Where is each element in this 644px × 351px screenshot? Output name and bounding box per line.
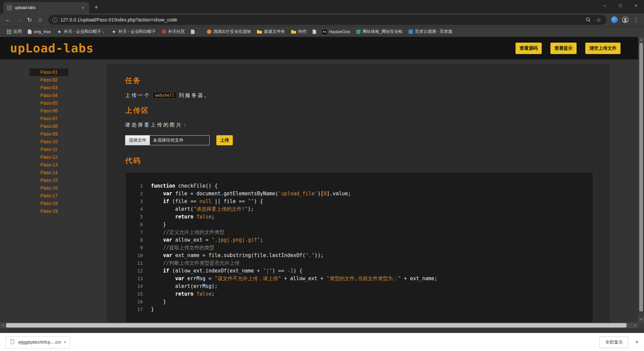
line-number: 11 (133, 259, 143, 267)
file-input[interactable]: 选择文件 未选择任何文件 (125, 135, 210, 145)
bookmark-item[interactable]: 新建文件夹 (254, 28, 288, 36)
close-button[interactable]: × (628, 0, 644, 11)
tab-close-icon[interactable]: × (80, 5, 86, 11)
upload-button[interactable]: 上传 (216, 135, 233, 145)
bookmark-item[interactable]: 待挖 (288, 28, 309, 36)
horizontal-scrollbar-thumb[interactable] (6, 323, 627, 328)
code-line: 11 //判断上传文件类型是否允许上传 (133, 259, 585, 267)
bookmark-label: 网站体检_网站安全检 (363, 29, 402, 35)
bookmark-star-icon[interactable]: ☆ (595, 16, 602, 23)
profile-avatar-icon[interactable] (620, 14, 631, 25)
maximize-button[interactable]: □ (612, 0, 628, 11)
sidebar-item-pass-02[interactable]: Pass-02 (30, 76, 68, 84)
clear-uploads-button[interactable]: 清空上传文件 (585, 43, 621, 54)
site-info-icon[interactable]: i (52, 17, 57, 22)
tab-strip: upload-labs × + – □ × (0, 0, 644, 13)
bookmark-label: 应用 (13, 29, 22, 35)
scroll-left-icon[interactable]: ◄ (0, 322, 6, 328)
download-item[interactable]: ejljggkpbkchhfcp....crx ▾ (5, 336, 70, 348)
reload-button[interactable]: ↻ (24, 14, 35, 25)
sidebar-item-pass-03[interactable]: Pass-03 (30, 84, 68, 92)
choose-file-button[interactable]: 选择文件 (125, 136, 150, 145)
view-source-button[interactable]: 查看源码 (516, 43, 542, 54)
sidebar-item-pass-10[interactable]: Pass-10 (30, 138, 68, 146)
scrollbar-corner (638, 322, 644, 328)
bookmark-item[interactable]: 补天 - 企业和白帽子 (109, 28, 158, 36)
bookmark-item[interactable]: HackerOne (320, 28, 353, 36)
star-icon (57, 29, 62, 34)
sidebar-item-pass-15[interactable]: Pass-15 (30, 177, 68, 184)
bookmark-item[interactable] (310, 28, 319, 36)
address-bar[interactable]: i 127.0.0.1/upload/Pass-01/index.php?act… (48, 15, 606, 25)
line-number: 3 (133, 198, 143, 205)
sidebar-item-pass-05[interactable]: Pass-05 (30, 99, 68, 107)
forward-button[interactable]: → (13, 14, 24, 25)
view-hint-button[interactable]: 查看提示 (550, 43, 577, 54)
pass-list: Pass-01Pass-02Pass-03Pass-04Pass-05Pass-… (0, 59, 107, 333)
bookmark-item[interactable]: 滴滴出行安全应急响 (204, 28, 254, 36)
vertical-scrollbar[interactable]: ▲ ▼ (638, 37, 644, 322)
bookmark-item[interactable]: only_free (25, 28, 53, 36)
doc-icon (313, 30, 316, 34)
bookmark-item[interactable]: 补天社区 (159, 28, 187, 36)
zoom-icon[interactable] (585, 16, 592, 23)
browser-tab[interactable]: upload-labs × (3, 2, 89, 13)
bookmark-item[interactable]: 百度云观测 - 百度旗 (406, 28, 455, 36)
sidebar-item-pass-17[interactable]: Pass-17 (30, 192, 68, 200)
code-line: 10 var ext_name = file.substring(file.la… (133, 252, 585, 259)
new-tab-button[interactable]: + (91, 2, 101, 12)
home-button[interactable]: ⌂ (35, 14, 46, 25)
sidebar-item-pass-06[interactable]: Pass-06 (30, 107, 68, 115)
line-number: 7 (133, 229, 143, 236)
scroll-down-icon[interactable]: ▼ (638, 317, 644, 322)
sidebar-item-pass-16[interactable]: Pass-16 (30, 184, 68, 192)
bookmark-item[interactable]: 网站体检_网站安全检 (354, 28, 405, 36)
url-text[interactable]: 127.0.0.1/upload/Pass-01/index.php?actio… (60, 17, 582, 22)
extension-icon[interactable] (611, 16, 618, 23)
sidebar-item-pass-04[interactable]: Pass-04 (30, 92, 68, 99)
site-logo[interactable]: upLoad-labs (10, 41, 94, 55)
bookmark-label: 补天社区 (168, 29, 185, 35)
line-number: 9 (133, 244, 143, 252)
vertical-scrollbar-thumb[interactable] (639, 43, 643, 311)
folder-icon (291, 30, 296, 34)
code-line: 8 var allow_ext = ".jpg|.png|.gif"; (133, 236, 585, 244)
line-number: 1 (133, 182, 143, 190)
site-header: upLoad-labs 查看源码查看提示清空上传文件 (0, 37, 644, 59)
scroll-right-icon[interactable]: ► (633, 322, 638, 328)
back-button[interactable]: ← (3, 14, 13, 25)
download-shelf-close-icon[interactable]: × (635, 339, 639, 346)
webshell-chip: webshell (153, 92, 177, 99)
bookmark-item[interactable]: 应用 (4, 28, 24, 36)
bookmark-item[interactable]: 补天 - 企业和白帽子； (54, 28, 108, 36)
apps-grid-icon (7, 30, 11, 34)
show-all-downloads-button[interactable]: 全部显示 (599, 337, 628, 348)
sidebar-item-pass-18[interactable]: Pass-18 (30, 200, 68, 207)
code-line: 6 } (133, 221, 585, 229)
menu-icon[interactable]: ⋮ (631, 14, 641, 25)
sidebar-item-pass-14[interactable]: Pass-14 (30, 169, 68, 177)
sidebar-item-pass-08[interactable]: Pass-08 (30, 122, 68, 130)
line-number: 6 (133, 221, 143, 229)
chevron-down-icon[interactable]: ▾ (64, 340, 66, 344)
horizontal-scrollbar[interactable]: ◄ ► (0, 322, 638, 328)
sidebar-item-pass-12[interactable]: Pass-12 (30, 153, 68, 161)
sidebar-item-pass-09[interactable]: Pass-09 (30, 130, 68, 138)
sidebar-item-pass-19[interactable]: Pass-19 (30, 207, 68, 215)
doc-icon (28, 30, 32, 34)
download-filename: ejljggkpbkchhfcp....crx (18, 340, 61, 345)
bookmark-label: 、 (197, 29, 201, 35)
bookmark-item[interactable]: 、 (188, 28, 204, 36)
minimize-button[interactable]: – (597, 0, 612, 11)
sidebar-item-pass-07[interactable]: Pass-07 (30, 115, 68, 122)
h1-icon (322, 30, 327, 34)
code-line: 17} (133, 306, 585, 313)
bookmark-label: 百度云观测 - 百度旗 (415, 29, 452, 35)
star-icon (111, 29, 116, 34)
scroll-up-icon[interactable]: ▲ (638, 37, 644, 43)
sidebar-item-pass-01[interactable]: Pass-01 (30, 68, 68, 76)
code-line: 14 alert(errMsg); (133, 283, 585, 290)
line-number: 15 (133, 290, 143, 298)
sidebar-item-pass-13[interactable]: Pass-13 (30, 161, 68, 169)
sidebar-item-pass-11[interactable]: Pass-11 (30, 146, 68, 153)
